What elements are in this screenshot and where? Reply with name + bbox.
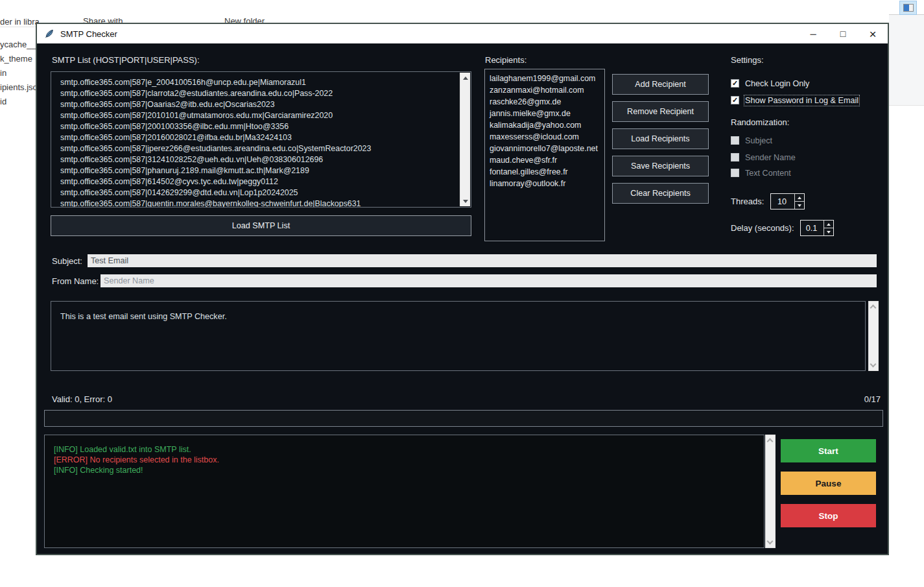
random-sender-label: Sender Name — [745, 153, 796, 162]
stop-button[interactable]: Stop — [781, 504, 876, 527]
checkbox-unchecked-icon[interactable] — [731, 169, 739, 177]
window-title: SMTP Checker — [60, 29, 117, 39]
from-name-label: From Name: — [52, 276, 99, 286]
spin-down-icon[interactable] — [824, 228, 833, 235]
check-login-only-row[interactable]: ✓ Check Login Only — [731, 78, 809, 89]
delay-value: 0.1 — [801, 221, 823, 235]
progress-counter: 0/17 — [864, 394, 881, 404]
smtp-rows: smtp.office365.com|587|e_2004100516h@unc… — [51, 72, 460, 207]
load-smtp-list-button[interactable]: Load SMTP List — [51, 215, 471, 236]
load-recipients-button[interactable]: Load Recipients — [612, 128, 709, 149]
smtp-listbox[interactable]: smtp.office365.com|587|e_2004100516h@unc… — [51, 71, 471, 208]
checkbox-unchecked-icon[interactable] — [731, 136, 739, 145]
progress-bar — [44, 410, 883, 427]
smtp-list-row[interactable]: smtp.office365.com|587|0142629299@dtd.ed… — [60, 187, 460, 198]
log-line: [ERROR] No recipients selected in the li… — [54, 455, 764, 465]
save-recipients-button[interactable]: Save Recipients — [612, 156, 709, 176]
title-bar[interactable]: SMTP Checker ─ □ × — [37, 24, 888, 43]
pause-button[interactable]: Pause — [781, 472, 876, 495]
maximize-button[interactable]: □ — [828, 24, 858, 43]
smtp-list-row[interactable]: smtp.office365.com|587|614502@cyvs.tyc.e… — [60, 176, 460, 187]
feather-icon — [44, 29, 54, 39]
random-text-label: Text Content — [745, 169, 791, 178]
explorer-file-fragment: ycache__ — [0, 40, 36, 49]
smtp-list-row[interactable]: smtp.office365.com|587|jperez266@estudia… — [60, 143, 460, 154]
threads-label: Threads: — [731, 197, 764, 206]
delay-label: Delay (seconds): — [731, 223, 794, 233]
recipient-item[interactable]: kalimakadija@yahoo.com — [490, 119, 604, 131]
random-subject-label: Subject — [745, 136, 772, 145]
start-button[interactable]: Start — [781, 439, 876, 462]
checkbox-checked-icon[interactable]: ✓ — [731, 96, 739, 104]
recipient-item[interactable]: maxesserss@icloud.com — [490, 131, 604, 143]
threads-spinner[interactable]: 10 — [770, 193, 805, 210]
explorer-file-fragment: k_theme — [0, 54, 32, 64]
log-line: [INFO] Checking started! — [54, 465, 764, 475]
checkbox-unchecked-icon[interactable] — [731, 153, 739, 162]
smtp-list-row[interactable]: smtp.office365.com|587|clarrota2@estudia… — [60, 88, 460, 99]
smtp-list-row[interactable]: smtp.office365.com|587|20160028021@ifba.… — [60, 132, 460, 143]
smtp-list-row[interactable]: smtp.office365.com|587|2010101@utmatamor… — [60, 110, 460, 121]
recipient-item[interactable]: linamoray@outlook.fr — [490, 178, 604, 189]
scroll-up-icon[interactable] — [767, 438, 774, 445]
show-password-label: Show Password in Log & Email — [745, 96, 859, 105]
smtp-list-row[interactable]: smtp.office365.com|587|quentin.morales@b… — [60, 198, 460, 207]
checkbox-checked-icon[interactable]: ✓ — [731, 79, 739, 88]
log-scrollbar[interactable] — [765, 435, 776, 548]
add-recipient-button[interactable]: Add Recipient — [612, 74, 709, 95]
smtp-checker-window: SMTP Checker ─ □ × SMTP List (HOST|PORT|… — [36, 23, 889, 555]
explorer-toolbar-divider — [0, 27, 36, 27]
spin-down-icon[interactable] — [795, 201, 804, 209]
subject-label: Subject: — [52, 256, 82, 266]
scroll-down-icon[interactable] — [767, 538, 774, 545]
log-line: [INFO] Loaded valid.txt into SMTP list. — [54, 444, 764, 455]
window-controls: ─ □ × — [798, 24, 888, 43]
smtp-list-row[interactable]: smtp.office365.com|587|31241028252@ueh.e… — [60, 154, 460, 165]
recipient-item[interactable]: fontanel.gilles@free.fr — [490, 166, 604, 178]
settings-label: Settings: — [731, 55, 764, 65]
explorer-toolbar-fragment: der in libra — [0, 17, 40, 27]
recipients-listbox[interactable]: lailaghanem1999@gmail.com zanzanmaxi@hot… — [484, 69, 605, 241]
scroll-up-icon[interactable] — [460, 73, 470, 83]
message-scrollbar[interactable] — [868, 301, 879, 371]
message-body-text: This is a test email sent using SMTP Che… — [60, 311, 856, 322]
check-login-only-label: Check Login Only — [745, 79, 809, 88]
random-text-row[interactable]: Text Content — [731, 167, 791, 178]
remove-recipient-button[interactable]: Remove Recipient — [612, 101, 709, 122]
spin-up-icon[interactable] — [824, 221, 833, 228]
log-output[interactable]: [INFO] Loaded valid.txt into SMTP list. … — [44, 435, 764, 548]
window-preview-icon[interactable] — [899, 1, 917, 15]
minimize-button[interactable]: ─ — [798, 24, 828, 43]
recipient-item[interactable]: giovannimorello7@laposte.net — [490, 143, 604, 154]
spin-up-icon[interactable] — [795, 194, 804, 201]
explorer-file-fragment: ipients.jso — [0, 82, 38, 92]
from-name-input[interactable] — [101, 274, 877, 287]
recipient-item[interactable]: lailaghanem1999@gmail.com — [490, 73, 604, 84]
recipients-label: Recipients: — [485, 55, 527, 65]
explorer-edge-panel — [889, 15, 924, 106]
random-subject-row[interactable]: Subject — [731, 135, 772, 146]
smtp-list-row[interactable]: smtp.office365.com|587|phanuruj.2189.mai… — [60, 165, 460, 176]
clear-recipients-button[interactable]: Clear Recipients — [612, 183, 709, 204]
scroll-down-icon[interactable] — [870, 361, 877, 368]
delay-spinner[interactable]: 0.1 — [800, 220, 834, 236]
scroll-down-icon[interactable] — [460, 196, 470, 206]
recipient-item[interactable]: jannis.mielke@gmx.de — [490, 108, 604, 119]
recipient-item[interactable]: raschke26@gmx.de — [490, 96, 604, 108]
close-button[interactable]: × — [858, 24, 888, 43]
scroll-up-icon[interactable] — [870, 305, 877, 311]
valid-error-status: Valid: 0, Error: 0 — [52, 394, 112, 404]
smtp-list-row[interactable]: smtp.office365.com|587|2001003356@ilbc.e… — [60, 121, 460, 132]
subject-input[interactable] — [88, 254, 877, 267]
smtp-list-row[interactable]: smtp.office365.com|587|e_2004100516h@unc… — [60, 77, 460, 88]
recipient-item[interactable]: zanzanmaxi@hotmail.com — [490, 84, 604, 96]
smtp-list-label: SMTP List (HOST|PORT|USER|PASS): — [52, 55, 200, 65]
smtp-list-row[interactable]: smtp.office365.com|587|Oaarias2@itb.edu.… — [60, 99, 460, 110]
randomization-label: Randomization: — [731, 117, 789, 127]
message-body-textarea[interactable]: This is a test email sent using SMTP Che… — [51, 301, 866, 371]
random-sender-row[interactable]: Sender Name — [731, 152, 796, 163]
smtp-list-scrollbar[interactable] — [460, 73, 470, 206]
desktop: der in libra Share with New folder ycach… — [0, 0, 924, 587]
show-password-row[interactable]: ✓ Show Password in Log & Email — [731, 95, 859, 106]
recipient-item[interactable]: maud.cheve@sfr.fr — [490, 154, 604, 166]
